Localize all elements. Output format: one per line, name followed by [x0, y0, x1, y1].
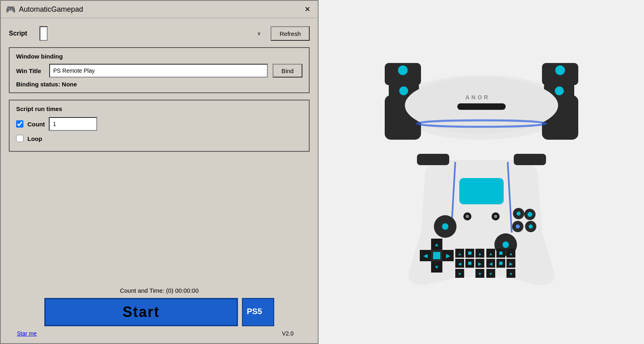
title-bar-left: 🎮 AutomaticGamepad [6, 4, 83, 14]
start-button[interactable]: Start [44, 298, 238, 326]
svg-text:▲: ▲ [478, 252, 482, 256]
left-panel: 🎮 AutomaticGamepad ✕ Script ∨ Refresh Wi… [0, 0, 319, 344]
svg-point-15 [555, 86, 564, 95]
svg-point-44 [466, 215, 469, 218]
count-time-display: Count and Time: (0) 00:00:00 [120, 287, 198, 294]
count-row: Count [16, 117, 302, 131]
star-me-link[interactable]: Star me [17, 330, 37, 337]
svg-rect-9 [457, 103, 506, 110]
svg-text:◀: ◀ [423, 253, 428, 259]
svg-point-13 [555, 65, 565, 75]
controller-front-view: ▲ ▼ ◀ ▶ [393, 152, 570, 289]
svg-rect-68 [499, 262, 502, 265]
svg-text:▲: ▲ [489, 252, 493, 256]
controller-top-svg: ANOR [377, 55, 586, 144]
loop-checkbox[interactable] [16, 135, 23, 142]
app-title: AutomaticGamepad [19, 5, 83, 14]
script-label: Script [9, 30, 33, 37]
ps5-logo: PS5 [246, 305, 270, 319]
refresh-button[interactable]: Refresh [271, 26, 310, 41]
app-icon: 🎮 [6, 4, 16, 14]
svg-text:PS5: PS5 [247, 307, 262, 316]
footer-row: Star me V2.0 [9, 330, 310, 337]
ps5-button[interactable]: PS5 [242, 298, 274, 326]
svg-point-14 [399, 86, 408, 95]
svg-point-24 [502, 241, 509, 248]
svg-text:◀: ◀ [489, 262, 493, 266]
svg-rect-62 [499, 252, 502, 255]
binding-status: Binding status: None [16, 81, 302, 88]
version-label: V2.0 [282, 330, 294, 337]
window-binding-title: Window binding [16, 53, 302, 60]
run-times-section: Script run times Count Loop [9, 100, 310, 152]
run-times-title: Script run times [16, 105, 302, 112]
close-button[interactable]: ✕ [302, 4, 313, 15]
win-title-row: Win Title Bind [16, 64, 302, 78]
script-row: Script ∨ Refresh [9, 26, 310, 41]
content-area: Script ∨ Refresh Window binding Win Titl… [1, 18, 318, 283]
svg-rect-34 [433, 252, 440, 259]
svg-text:▼: ▼ [434, 264, 439, 270]
svg-text:▲: ▲ [434, 241, 439, 248]
title-bar: 🎮 AutomaticGamepad ✕ [1, 1, 318, 18]
count-checkbox[interactable] [16, 120, 23, 128]
svg-point-38 [516, 224, 520, 229]
win-title-label: Win Title [16, 67, 44, 74]
script-dropdown-wrapper: ∨ [40, 26, 264, 41]
svg-text:▶: ▶ [509, 262, 513, 266]
win-title-input[interactable] [49, 64, 268, 78]
loop-label: Loop [27, 135, 42, 142]
bind-button[interactable]: Bind [273, 64, 302, 78]
svg-point-12 [398, 65, 408, 75]
svg-text:▼: ▼ [478, 272, 482, 276]
svg-rect-56 [468, 262, 471, 265]
right-panel: ANOR [319, 0, 644, 344]
svg-point-42 [529, 224, 533, 229]
svg-point-40 [517, 212, 521, 216]
controller-top-view: ANOR [377, 55, 586, 144]
svg-text:▼: ▼ [489, 272, 493, 276]
svg-point-36 [527, 212, 532, 217]
svg-point-22 [442, 223, 448, 230]
count-input[interactable] [49, 117, 97, 131]
svg-rect-18 [417, 154, 449, 165]
script-dropdown[interactable] [40, 26, 48, 41]
count-label: Count [27, 121, 45, 128]
svg-text:▲: ▲ [509, 252, 513, 256]
svg-rect-20 [459, 178, 504, 204]
svg-text:ANOR: ANOR [465, 94, 490, 101]
svg-rect-19 [514, 154, 546, 165]
svg-text:▲: ▲ [458, 252, 462, 256]
svg-text:▼: ▼ [509, 272, 513, 276]
controller-front-svg: ▲ ▼ ◀ ▶ [393, 152, 570, 289]
start-row: Start PS5 [9, 298, 310, 326]
bottom-area: Count and Time: (0) 00:00:00 Start PS5 S… [1, 283, 318, 343]
loop-row: Loop [16, 135, 302, 142]
chevron-down-icon: ∨ [257, 31, 261, 36]
svg-text:▼: ▼ [458, 272, 462, 276]
svg-text:▶: ▶ [478, 262, 482, 266]
svg-text:▶: ▶ [446, 253, 450, 259]
window-binding-section: Window binding Win Title Bind Binding st… [9, 47, 310, 93]
svg-text:◀: ◀ [458, 262, 462, 266]
svg-rect-50 [468, 252, 471, 255]
svg-point-46 [494, 215, 497, 218]
